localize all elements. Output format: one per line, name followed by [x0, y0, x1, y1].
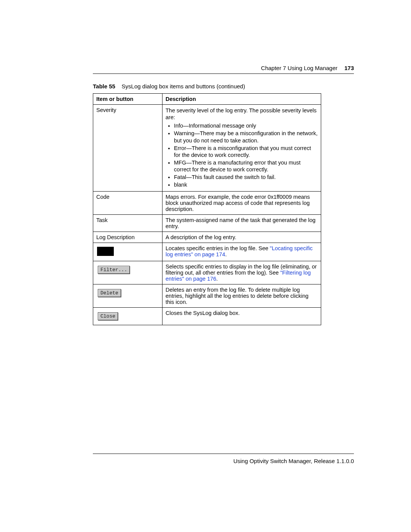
severity-intro: The severity level of the log entry. The… — [166, 107, 318, 121]
col-desc: Description — [162, 94, 321, 105]
cell-desc: A description of the log entry. — [162, 232, 321, 243]
row-filter: Filter... Selects specific entries to di… — [93, 261, 321, 284]
find-icon — [97, 247, 114, 256]
cell-item: Close — [93, 308, 162, 325]
list-item: MFG—There is a manufacturing error that … — [174, 159, 318, 173]
delete-button[interactable]: Delete — [98, 289, 121, 297]
cell-desc: The severity level of the log entry. The… — [162, 105, 321, 192]
cell-item: Log Description — [93, 232, 162, 243]
filter-button[interactable]: Filter... — [98, 266, 130, 274]
cell-desc: Selects specific entries to display in t… — [162, 261, 321, 284]
cell-item: Code — [93, 192, 162, 215]
page-header: Chapter 7 Using Log Manager 173 — [93, 65, 354, 74]
row-delete: Delete Deletes an entry from the log fil… — [93, 284, 321, 308]
row-code: Code Maps errors. For example, the code … — [93, 192, 321, 215]
chapter-title: Chapter 7 Using Log Manager — [261, 65, 338, 71]
row-find: Locates specific entries in the log file… — [93, 243, 321, 261]
cell-item — [93, 243, 162, 261]
cell-item: Task — [93, 215, 162, 232]
cell-desc: Deletes an entry from the log file. To d… — [162, 284, 321, 308]
table-caption: Table 55 SysLog dialog box items and but… — [93, 83, 354, 89]
severity-list: Info—Informational message only Warning—… — [166, 122, 318, 188]
cell-item: Filter... — [93, 261, 162, 284]
page-number: 173 — [344, 65, 354, 71]
list-item: Fatal—This fault caused the switch to fa… — [174, 174, 318, 181]
find-desc-1: Locates specific entries in the log file… — [166, 245, 270, 251]
list-item: Info—Informational message only — [174, 122, 318, 129]
filter-desc-2: . — [216, 276, 218, 282]
syslog-table: Item or button Description Severity The … — [93, 93, 321, 325]
list-item: blank — [174, 181, 318, 188]
close-button[interactable]: Close — [98, 312, 118, 320]
cell-desc: The system-assigned name of the task tha… — [162, 215, 321, 232]
find-desc-2: . — [225, 251, 227, 257]
row-severity: Severity The severity level of the log e… — [93, 105, 321, 192]
row-close: Close Closes the SysLog dialog box. — [93, 308, 321, 325]
table-caption-text: SysLog dialog box items and buttons (con… — [122, 83, 245, 89]
cell-item: Delete — [93, 284, 162, 308]
row-log-description: Log Description A description of the log… — [93, 232, 321, 243]
table-label: Table 55 — [93, 83, 115, 89]
cell-desc: Locates specific entries in the log file… — [162, 243, 321, 261]
page: Chapter 7 Using Log Manager 173 Table 55… — [0, 0, 411, 532]
col-item: Item or button — [93, 94, 162, 105]
footer-text: Using Optivity Switch Manager, Release 1… — [233, 458, 354, 464]
list-item: Error—There is a misconfiguration that y… — [174, 145, 318, 158]
cell-item: Severity — [93, 105, 162, 192]
table-header-row: Item or button Description — [93, 94, 321, 105]
page-footer: Using Optivity Switch Manager, Release 1… — [93, 454, 354, 464]
cell-desc: Maps errors. For example, the code error… — [162, 192, 321, 215]
list-item: Warning—There may be a misconfiguration … — [174, 130, 318, 144]
cell-desc: Closes the SysLog dialog box. — [162, 308, 321, 325]
row-task: Task The system-assigned name of the tas… — [93, 215, 321, 232]
